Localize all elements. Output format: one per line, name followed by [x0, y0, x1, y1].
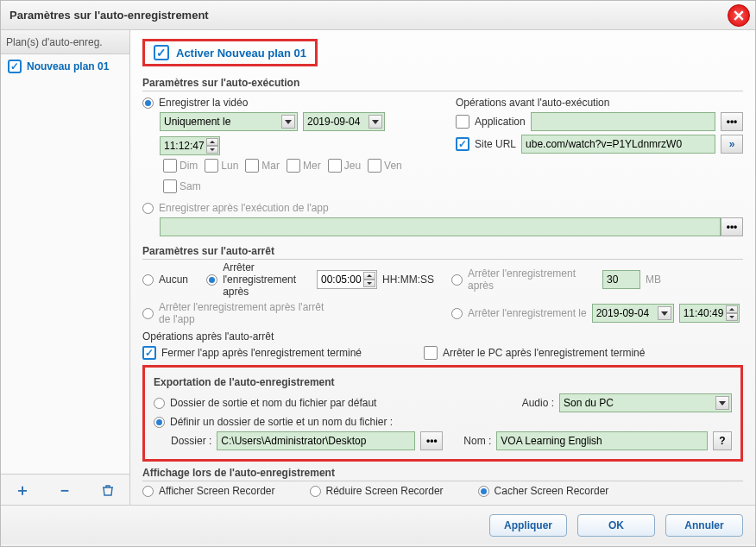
titlebar: Paramètres sur l'auto-enregistrement: [1, 1, 755, 30]
delete-plan-button[interactable]: [97, 479, 119, 501]
radio-stop-after-app-close[interactable]: [142, 308, 154, 319]
sidebar-header: Plan(s) d'auto-enreg.: [1, 30, 129, 54]
check-icon: [8, 60, 22, 73]
cancel-button[interactable]: Annuler: [665, 514, 743, 537]
export-section: Exportation de l'auto-enregistrement Dos…: [142, 365, 743, 462]
close-button[interactable]: [728, 4, 750, 27]
radio-record-video[interactable]: [142, 97, 154, 109]
label-duration-format: HH:MM:SS: [382, 274, 434, 286]
chevron-down-icon: [715, 396, 729, 410]
apply-button[interactable]: Appliquer: [489, 514, 567, 537]
sidebar-item-plan-01[interactable]: Nouveau plan 01: [1, 54, 129, 79]
label-define-folder: Définir un dossier de sortie et un nom d…: [170, 416, 393, 428]
date-select[interactable]: 2019-09-04: [303, 112, 385, 131]
chevron-down-icon: [658, 306, 671, 320]
time-spinner[interactable]: 11:12:47: [160, 136, 220, 155]
day-lun[interactable]: [205, 159, 218, 173]
day-jeu[interactable]: [328, 159, 342, 173]
label-name: Nom :: [463, 435, 491, 447]
chevron-down-icon: [369, 115, 382, 129]
sidebar-tools: ＋ －: [1, 474, 129, 505]
sidebar: Plan(s) d'auto-enreg. Nouveau plan 01 ＋ …: [1, 30, 130, 505]
name-help-button[interactable]: ?: [713, 431, 732, 450]
label-application: Application: [475, 116, 526, 128]
radio-record-after-app[interactable]: [142, 203, 154, 214]
label-ops-after: Opérations après l'auto-arrêt: [142, 330, 743, 343]
day-ven[interactable]: [368, 159, 381, 173]
name-input[interactable]: VOA Learning English: [496, 431, 708, 450]
label-display-hide: Cacher Screen Recorder: [495, 485, 609, 497]
chk-application[interactable]: [456, 115, 469, 129]
label-close-app-after: Fermer l'app après l'enregistrement term…: [161, 347, 362, 359]
audio-select[interactable]: Son du PC: [559, 393, 732, 412]
sidebar-item-label: Nouveau plan 01: [27, 60, 109, 72]
label-display-show: Afficher Screen Recorder: [159, 485, 275, 497]
activate-plan: Activer Nouveau plan 01: [142, 39, 318, 66]
radio-stop-after-duration[interactable]: [206, 274, 217, 286]
go-url-button[interactable]: »: [721, 135, 743, 154]
radio-stop-after-size[interactable]: [451, 274, 463, 286]
section-autoexec-title: Paramètres sur l'auto-exécution: [142, 77, 743, 91]
radio-display-reduce[interactable]: [310, 486, 321, 497]
chevron-down-icon: [281, 115, 295, 129]
activate-label: Activer Nouveau plan 01: [176, 47, 306, 60]
day-dim[interactable]: [163, 159, 177, 173]
section-display-title: Affichage lors de l'auto-enregistrement: [142, 467, 743, 481]
application-input[interactable]: [531, 112, 715, 131]
label-record-after-app: Enregistrer après l'exécution de l'app: [159, 202, 329, 214]
activate-checkbox[interactable]: [154, 45, 169, 60]
footer: Appliquer OK Annuler: [1, 505, 755, 544]
size-input[interactable]: 30: [602, 270, 640, 289]
label-record-video: Enregistrer la vidéo: [159, 97, 248, 109]
window-title: Paramètres sur l'auto-enregistrement: [9, 9, 209, 22]
radio-stop-none[interactable]: [142, 274, 154, 286]
label-stop-after-size: Arrêter l'enregistrement après: [468, 267, 597, 292]
day-sam[interactable]: [163, 179, 177, 193]
browse-application-button[interactable]: •••: [721, 112, 743, 131]
site-url-input[interactable]: ube.com/watch?v=P1YLdnmrzW0: [521, 135, 715, 154]
app-path-input[interactable]: [160, 217, 721, 236]
label-stop-after-app-close: Arrêter l'enregistrement après l'arrêt d…: [159, 301, 331, 325]
remove-plan-button[interactable]: －: [54, 479, 76, 501]
stop-date-select[interactable]: 2019-09-04: [592, 304, 674, 323]
trash-icon: [101, 483, 115, 497]
label-size-unit: MB: [646, 274, 661, 286]
close-icon: [734, 10, 744, 21]
settings-window: Paramètres sur l'auto-enregistrement Pla…: [0, 0, 756, 547]
label-audio: Audio :: [522, 397, 554, 409]
label-site-url: Site URL: [475, 138, 516, 150]
label-stop-at: Arrêter l'enregistrement le: [468, 307, 587, 319]
label-stop-after-duration: Arrêter l'enregistrement après: [223, 261, 312, 298]
radio-define-folder[interactable]: [154, 417, 165, 428]
content: Activer Nouveau plan 01 Paramètres sur l…: [130, 30, 755, 505]
ok-button[interactable]: OK: [577, 514, 655, 537]
add-plan-button[interactable]: ＋: [11, 479, 34, 501]
browse-folder-button[interactable]: •••: [420, 431, 443, 450]
browse-app-button[interactable]: •••: [721, 217, 743, 236]
chk-site-url[interactable]: [456, 137, 469, 151]
duration-spinner[interactable]: 00:05:00: [317, 270, 377, 289]
day-mer[interactable]: [287, 159, 300, 173]
radio-default-folder[interactable]: [154, 398, 165, 409]
day-mar[interactable]: [245, 159, 259, 173]
label-default-folder: Dossier de sortie et nom du fichier par …: [170, 397, 376, 409]
radio-display-hide[interactable]: [478, 486, 489, 497]
stop-time-spinner[interactable]: 11:40:49: [679, 304, 740, 323]
mode-select[interactable]: Uniquement le: [160, 112, 298, 131]
label-folder: Dossier :: [171, 435, 211, 447]
label-ops-before: Opérations avant l'auto-exécution: [456, 97, 609, 109]
radio-stop-at[interactable]: [451, 308, 463, 319]
section-autostop-title: Paramètres sur l'auto-arrêt: [142, 245, 743, 260]
label-display-reduce: Réduire Screen Recorder: [326, 485, 444, 497]
chk-close-app-after[interactable]: [142, 346, 156, 360]
chk-shutdown-after[interactable]: [424, 346, 438, 360]
folder-input[interactable]: C:\Users\Administrator\Desktop: [217, 431, 415, 450]
radio-display-show[interactable]: [142, 486, 154, 497]
days-row: Dim Lun Mar Mer Jeu Ven Sam: [163, 159, 430, 193]
label-stop-none: Aucun: [159, 274, 188, 286]
section-export-title: Exportation de l'auto-enregistrement: [154, 376, 732, 390]
label-shutdown-after: Arrêter le PC après l'enregistrement ter…: [443, 347, 645, 359]
